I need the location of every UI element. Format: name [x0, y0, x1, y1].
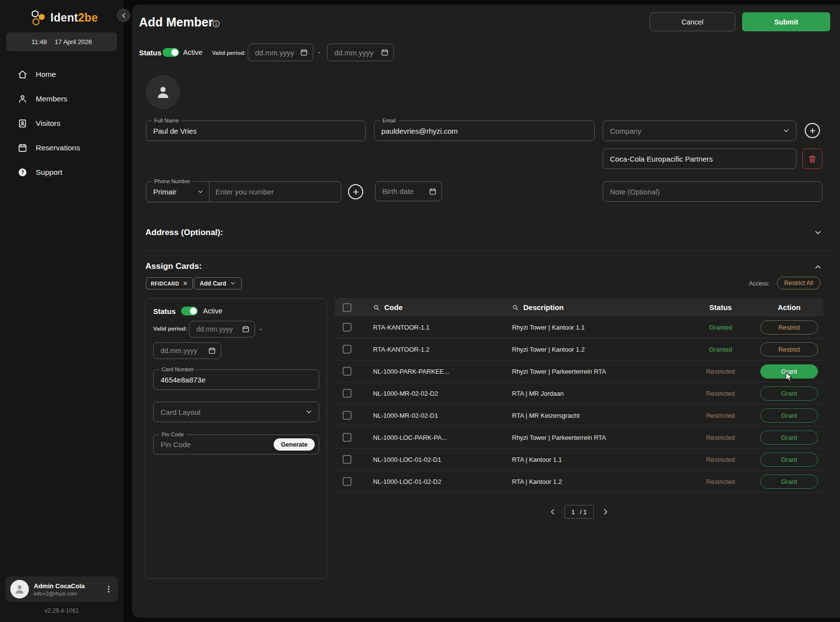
chevron-up-icon[interactable] [814, 263, 822, 271]
card-description: RTA | Kantoor 1.1 [504, 456, 686, 463]
status-badge: Restricted [706, 434, 735, 441]
app-logo: Ident2be [29, 7, 98, 28]
calendar-icon[interactable] [242, 325, 250, 333]
access-label: Access: [749, 280, 770, 287]
card-number-input[interactable] [154, 370, 319, 389]
card-description: Rhyzi Tower | Parkeerterrein RTA [504, 368, 686, 375]
row-checkbox[interactable] [343, 323, 351, 332]
row-checkbox[interactable] [343, 455, 351, 464]
member-status-label: Status [139, 48, 162, 57]
sidebar-item-home[interactable]: Home [0, 62, 123, 87]
company-value-input[interactable] [603, 149, 796, 168]
card-form-panel: Status Active Valid period: - Card Numbe… [145, 298, 327, 579]
note-input[interactable] [603, 182, 822, 201]
sidebar-item-reservations[interactable]: Reservations [0, 136, 123, 160]
sidebar-item-support[interactable]: Support [0, 160, 123, 185]
home-icon [18, 70, 27, 79]
add-phone-button[interactable] [348, 184, 363, 199]
cancel-button[interactable]: Cancel [650, 12, 735, 31]
row-checkbox[interactable] [343, 367, 351, 376]
chevron-right-icon[interactable] [602, 508, 609, 516]
card-type-chip[interactable]: RFIDCARD [146, 277, 193, 289]
row-checkbox[interactable] [343, 411, 351, 420]
calendar-icon[interactable] [381, 48, 389, 56]
avatar [10, 580, 29, 598]
search-icon[interactable] [373, 304, 380, 311]
company-select-input[interactable] [603, 121, 796, 141]
phone-type-value: Primair [153, 188, 177, 196]
description-column-header[interactable]: Description [523, 303, 564, 311]
code-column-header[interactable]: Code [384, 303, 403, 311]
table-row: NL-1000-LOC-01-02-D1 RTA | Kantoor 1.1 R… [335, 449, 823, 471]
member-status-toggle[interactable] [163, 48, 179, 57]
calendar-icon[interactable] [300, 48, 308, 56]
chevron-down-icon [197, 188, 204, 195]
sidebar-collapse-button[interactable] [117, 9, 130, 22]
app-version: v2.29.4-1061 [0, 607, 123, 614]
sidebar-item-visitors[interactable]: Visitors [0, 111, 123, 136]
user-menu-button[interactable] [104, 585, 113, 594]
user-card[interactable]: Admin CocaCola info+2@rhyzi.com [5, 576, 118, 602]
remove-company-button[interactable] [802, 148, 822, 169]
calendar-icon[interactable] [429, 188, 437, 195]
sidebar-item-label: Support [36, 168, 62, 177]
phone-number-label: Phone Number [152, 178, 193, 185]
card-status-row: Status Active [153, 307, 222, 315]
add-company-button[interactable] [805, 123, 820, 138]
grant-button[interactable]: Grant [760, 386, 818, 401]
info-icon[interactable] [212, 20, 220, 28]
restrict-button[interactable]: Restrict [760, 342, 818, 357]
card-description: Rhyzi Tower | Kantoor 1.1 [504, 324, 686, 331]
page-number: 1 [571, 508, 575, 516]
row-checkbox[interactable] [343, 477, 351, 486]
add-card-label: Add Card [200, 280, 226, 287]
card-code: NL-1000-MR-02-02-D1 [362, 412, 504, 419]
chevron-down-icon[interactable] [814, 228, 822, 237]
chevron-left-icon[interactable] [549, 508, 557, 516]
company-value-field [603, 148, 796, 169]
card-code: NL-1000-MR-02-02-D2 [362, 390, 504, 397]
add-card-button[interactable]: Add Card [194, 277, 242, 289]
sidebar-item-members[interactable]: Members [0, 87, 123, 111]
search-icon[interactable] [512, 304, 519, 311]
row-checkbox[interactable] [343, 433, 351, 442]
card-description: RTA | Kantoor 1.2 [504, 478, 686, 485]
grant-button[interactable]: Grant [760, 475, 818, 489]
full-name-label: Full Name [152, 117, 181, 124]
restrict-button[interactable]: Restrict [760, 320, 818, 335]
select-all-checkbox[interactable] [343, 303, 351, 312]
grant-button[interactable]: Grant [760, 431, 818, 445]
logo-text: Ident2be [50, 11, 98, 24]
card-layout-input[interactable] [154, 402, 319, 422]
member-photo-placeholder[interactable] [146, 75, 180, 109]
card-status-toggle[interactable] [181, 307, 198, 315]
grant-button[interactable]: Grant [760, 408, 818, 423]
company-select[interactable] [603, 120, 796, 141]
card-layout-select[interactable] [153, 402, 319, 422]
phone-number-input[interactable] [210, 182, 341, 202]
full-name-input[interactable] [146, 121, 365, 141]
grant-button[interactable]: Grant [760, 364, 818, 379]
close-icon[interactable] [183, 281, 188, 286]
card-code: NL-1000-LOC-PARK-PA... [362, 434, 504, 441]
submit-button[interactable]: Submit [742, 12, 830, 31]
access-table: Code Description Status Action RTA-KANTO… [335, 298, 823, 493]
phone-type-select[interactable]: Primair [146, 182, 210, 202]
pagination: 1 / 1 [335, 505, 823, 519]
members-icon [18, 94, 27, 104]
generate-pin-button[interactable]: Generate [274, 438, 315, 451]
assign-cards-section-title: Assign Cards: [145, 262, 202, 271]
plus-icon [809, 127, 817, 135]
card-description: Rhyzi Tower | Kantoor 1.2 [504, 346, 686, 353]
row-checkbox[interactable] [343, 389, 351, 398]
status-badge: Restricted [706, 412, 735, 419]
trash-icon [808, 154, 817, 164]
grant-button[interactable]: Grant [760, 453, 818, 467]
card-number-label: Card Number [159, 366, 196, 373]
restrict-all-button[interactable]: Restrict All [777, 277, 820, 289]
email-input[interactable] [374, 121, 594, 141]
row-checkbox[interactable] [343, 345, 351, 354]
calendar-icon[interactable] [208, 347, 216, 355]
status-badge: Restricted [706, 368, 735, 375]
card-description: RTA | MR Keizersgracht [504, 412, 686, 419]
